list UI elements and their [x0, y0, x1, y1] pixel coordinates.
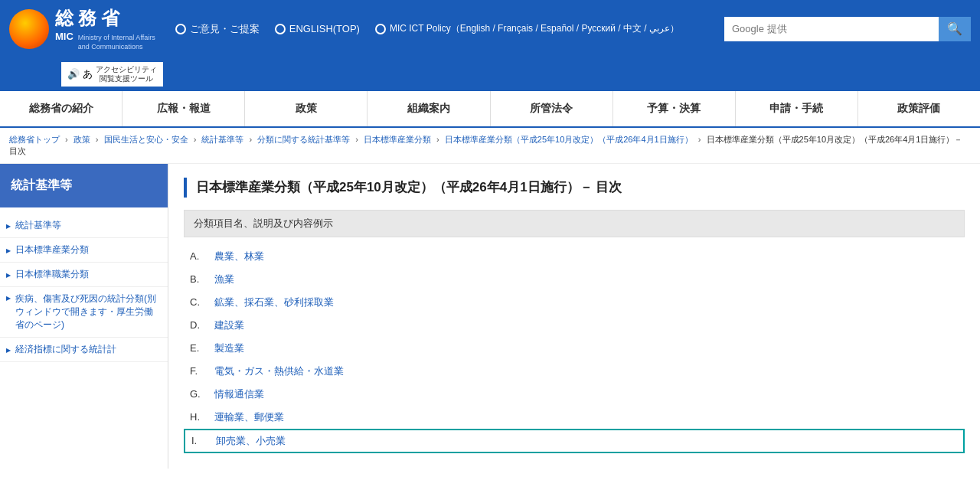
page-title: 日本標準産業分類（平成25年10月改定）（平成26年4月1日施行）－ 目次 — [184, 178, 965, 198]
category-item: H.運輸業、郵便業 — [184, 406, 965, 429]
category-link[interactable]: 鉱業、採石業、砂利採取業 — [214, 296, 334, 309]
category-list: A.農業、林業B.漁業C.鉱業、採石業、砂利採取業D.建設業E.製造業F.電気・… — [184, 245, 965, 453]
breadcrumb: 総務省トップ › 政策 › 国民生活と安心・安全 › 統計基準等 › 分類に関す… — [0, 128, 980, 164]
accessibility-text: アクセシビリティ 閲覧支援ツール — [96, 65, 157, 83]
mic-dot — [375, 24, 386, 34]
breadcrumb-classification[interactable]: 分類に関する統計基準等 — [257, 135, 350, 144]
category-item: D.建設業 — [184, 314, 965, 337]
search-button[interactable]: 🔍 — [939, 17, 971, 41]
sidebar-item-disease[interactable]: 疾病、傷害及び死因の統計分類(別ウィンドウで開きます・厚生労働省のページ) — [0, 287, 168, 338]
main-nav: 総務省の紹介 広報・報道 政策 組織案内 所管法令 予算・決算 申請・手続 政策… — [0, 91, 980, 128]
breadcrumb-top[interactable]: 総務省トップ — [9, 135, 60, 144]
nav-item-budget[interactable]: 予算・決算 — [613, 91, 736, 126]
nav-item-procedure[interactable]: 申請・手続 — [736, 91, 858, 126]
sidebar-item-industry[interactable]: 日本標準産業分類 — [0, 238, 168, 263]
category-link[interactable]: 建設業 — [214, 318, 244, 332]
category-letter: G. — [190, 388, 205, 400]
logo-mic: MIC — [55, 31, 74, 42]
category-item: B.漁業 — [184, 268, 965, 291]
sidebar-title: 統計基準等 — [0, 164, 168, 207]
content-wrapper: 統計基準等 統計基準等 日本標準産業分類 日本標準職業分類 疾病、傷害及び死因の… — [0, 164, 980, 469]
logo-text: 総務省 MIC Ministry of Internal Affairs and… — [55, 6, 155, 51]
logo-icon — [9, 9, 49, 49]
logo-ministry: Ministry of Internal Affairs and Communi… — [78, 34, 155, 51]
logo-area: 総務省 MIC Ministry of Internal Affairs and… — [9, 6, 155, 51]
category-link[interactable]: 卸売業、小売業 — [216, 434, 286, 448]
breadcrumb-industry[interactable]: 日本標準産業分類 — [364, 135, 431, 144]
search-input[interactable] — [724, 17, 939, 41]
nav-item-intro[interactable]: 総務省の紹介 — [0, 91, 122, 126]
english-link[interactable]: ENGLISH(TOP) — [275, 23, 360, 34]
category-letter: A. — [190, 250, 205, 262]
category-item: C.鉱業、採石業、砂利採取業 — [184, 291, 965, 314]
category-item: I.卸売業、小売業 — [184, 429, 965, 453]
nav-item-law[interactable]: 所管法令 — [491, 91, 613, 126]
category-letter: D. — [190, 319, 205, 331]
sidebar-item-economic[interactable]: 経済指標に関する統計計 — [0, 338, 168, 362]
category-link[interactable]: 運輸業、郵便業 — [214, 410, 284, 424]
category-letter: C. — [190, 296, 205, 308]
sidebar: 統計基準等 統計基準等 日本標準産業分類 日本標準職業分類 疾病、傷害及び死因の… — [0, 164, 168, 469]
breadcrumb-policy[interactable]: 政策 — [74, 135, 90, 144]
category-letter: F. — [190, 365, 205, 377]
nav-item-evaluation[interactable]: 政策評価 — [858, 91, 980, 126]
table-header: 分類項目名、説明及び内容例示 — [184, 210, 965, 237]
category-letter: E. — [190, 342, 205, 354]
header-bottom: 🔊 あ アクセシビリティ 閲覧支援ツール — [0, 57, 980, 91]
header-links: ご意見・ご提案 ENGLISH(TOP) MIC ICT Policy（Engl… — [175, 22, 712, 36]
sidebar-item-occupation[interactable]: 日本標準職業分類 — [0, 263, 168, 287]
category-item: F.電気・ガス・熱供給・水道業 — [184, 360, 965, 383]
breadcrumb-stats[interactable]: 統計基準等 — [201, 135, 243, 144]
accessibility-icon: 🔊 あ — [67, 67, 93, 81]
category-link[interactable]: 電気・ガス・熱供給・水道業 — [214, 364, 344, 378]
category-item: A.農業、林業 — [184, 245, 965, 268]
breadcrumb-industry-rev[interactable]: 日本標準産業分類（平成25年10月改定）（平成26年4月1日施行） — [445, 135, 693, 144]
logo-kanji: 総務省 — [55, 6, 155, 31]
mic-ict-link[interactable]: MIC ICT Policy（English / Français / Espa… — [375, 22, 679, 35]
main-content: 日本標準産業分類（平成25年10月改定）（平成26年4月1日施行）－ 目次 分類… — [168, 164, 980, 469]
category-link[interactable]: 漁業 — [214, 273, 234, 286]
category-link[interactable]: 製造業 — [214, 341, 244, 355]
nav-item-policy[interactable]: 政策 — [245, 91, 368, 126]
opinion-dot — [175, 24, 186, 34]
sidebar-item-stats[interactable]: 統計基準等 — [0, 214, 168, 238]
breadcrumb-life[interactable]: 国民生活と安心・安全 — [104, 135, 188, 144]
category-link[interactable]: 農業、林業 — [214, 250, 264, 263]
category-letter: I. — [191, 435, 207, 446]
nav-item-org[interactable]: 組織案内 — [368, 91, 490, 126]
category-link[interactable]: 情報通信業 — [214, 387, 264, 401]
category-letter: H. — [190, 411, 205, 423]
accessibility-button[interactable]: 🔊 あ アクセシビリティ 閲覧支援ツール — [61, 62, 163, 87]
header-top: 総務省 MIC Ministry of Internal Affairs and… — [0, 0, 980, 57]
english-dot — [275, 24, 286, 34]
category-item: G.情報通信業 — [184, 383, 965, 406]
category-item: E.製造業 — [184, 337, 965, 360]
opinion-link[interactable]: ご意見・ご提案 — [175, 22, 260, 36]
sidebar-nav: 統計基準等 日本標準産業分類 日本標準職業分類 疾病、傷害及び死因の統計分類(別… — [0, 207, 168, 368]
nav-item-news[interactable]: 広報・報道 — [122, 91, 245, 126]
category-letter: B. — [190, 273, 205, 285]
search-area: 🔍 — [724, 17, 971, 41]
